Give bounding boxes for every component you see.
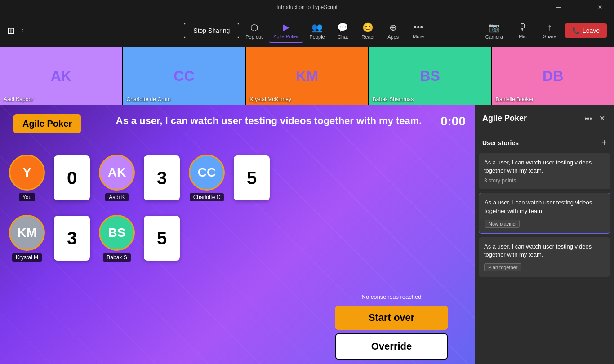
player-aadik: AK Aadi K [99,155,135,201]
side-panel: Agile Poker ••• ✕ User stories + As a us… [475,105,614,364]
panel-close-button[interactable]: ✕ [597,112,607,124]
video-tile-1[interactable]: CC Charlotte de Crum [123,47,245,105]
player-row-2: KM Krystal M 3 BS Babak S 5 [9,215,466,262]
more-button[interactable]: ••• More [407,19,430,42]
video-name-4: Danielle Booker [495,96,534,102]
apps-icon: ⊕ [389,22,397,33]
camera-icon: 📷 [489,22,500,33]
name-aadik: Aadi K [105,193,128,201]
chat-icon: 💬 [337,22,348,33]
video-name-2: Krystal McKinney [249,96,291,102]
panel-header-icons: ••• ✕ [583,112,607,124]
mic-icon: 🎙 [518,22,527,32]
story-item-0[interactable]: As a user, I can watch user testing vide… [479,153,610,189]
user-stories-header: User stories + [475,132,614,153]
story-text-2: As a user, I can watch user testing vide… [484,243,605,259]
name-krystalm: Krystal M [12,253,42,262]
stop-sharing-button[interactable]: Stop Sharing [184,23,239,38]
start-over-button[interactable]: Start over [335,306,448,330]
avatar-babaks: BS [99,215,135,251]
pop-out-icon: ⬡ [250,22,258,33]
mic-button[interactable]: 🎙 Mic [511,19,534,42]
panel-more-button[interactable]: ••• [583,112,594,124]
story-text-0: As a user, I can watch user testing vide… [484,159,605,175]
main-area: Agile Poker As a user, I can watch user … [0,105,614,364]
titlebar-title: Introduction to TypeScript [276,4,338,10]
add-story-button[interactable]: + [601,138,607,148]
people-icon: 👥 [311,22,323,33]
player-you: Y You [9,155,45,201]
close-button[interactable]: ✕ [590,0,610,14]
vote-you: 0 [54,155,90,200]
minimize-button[interactable]: — [548,0,569,14]
story-text-1: As a user, I can watch user testing vide… [485,199,605,215]
avatar-charlottec: CC [189,155,225,191]
maximize-button[interactable]: □ [569,0,590,14]
toolbar-right: 📷 Camera 🎙 Mic ↑ Share 📞 Leave [481,19,607,42]
agile-title-badge: Agile Poker [13,114,81,133]
leave-phone-icon: 📞 [572,27,580,34]
panel-header: Agile Poker ••• ✕ [475,105,614,132]
view-icon: ⊞ [7,25,15,36]
share-button[interactable]: ↑ Share [538,19,561,42]
player-charlottec: CC Charlotte C [189,155,225,201]
players-area: Y You 0 AK Aadi K 3 CC Charlotte C 5 [9,155,466,275]
name-babaks: Babak S [103,253,130,262]
camera-button[interactable]: 📷 Camera [481,19,507,42]
story-item-1[interactable]: As a user, I can watch user testing vide… [479,193,610,233]
game-area: Agile Poker As a user, I can watch user … [0,105,475,364]
player-krystalm: KM Krystal M [9,215,45,262]
video-name-0: Aadi Kapoor [4,96,33,102]
avatar-aadik: AK [99,155,135,191]
story-item-2[interactable]: As a user, I can watch user testing vide… [479,237,610,277]
react-button[interactable]: 😊 React [356,19,380,42]
share-icon: ↑ [547,22,552,32]
user-stories-label: User stories [482,139,519,146]
vote-babaks: 5 [144,216,180,261]
story-badge-2: Plan together [484,263,521,271]
titlebar-controls: — □ ✕ [548,0,610,14]
story-points-0: 3 story points [484,178,605,184]
name-you: You [19,193,35,201]
video-strip: AK Aadi Kapoor CC Charlotte de Crum KM K… [0,47,614,105]
video-tile-3[interactable]: BS Babak Shammas [369,47,491,105]
agile-poker-icon: ▶ [283,22,289,32]
video-tile-4[interactable]: DB Danielle Booker [492,47,614,105]
timer-display: --:-- [18,27,27,34]
video-tile-2[interactable]: KM Krystal McKinney [246,47,368,105]
vote-charlottec: 5 [234,155,270,200]
story-list: As a user, I can watch user testing vide… [475,153,614,364]
video-tile-0[interactable]: AK Aadi Kapoor [0,47,122,105]
react-icon: 😊 [362,22,374,33]
override-button[interactable]: Override [335,333,448,360]
game-timer: 0:00 [440,114,466,129]
avatar-krystalm: KM [9,215,45,251]
toolbar: ⊞ --:-- Stop Sharing ⬡ Pop out ▶ Agile P… [0,14,614,47]
titlebar: Introduction to TypeScript — □ ✕ [0,0,614,14]
toolbar-left: ⊞ --:-- [7,25,27,36]
vote-krystalm: 3 [54,216,90,261]
chat-button[interactable]: 💬 Chat [331,19,355,42]
leave-button[interactable]: 📞 Leave [565,23,607,38]
player-babaks: BS Babak S [99,215,135,262]
agile-poker-button[interactable]: ▶ Agile Poker [269,19,303,43]
pop-out-button[interactable]: ⬡ Pop out [241,19,267,42]
story-badge-1: Now playing [485,220,520,228]
video-name-1: Charlotte de Crum [127,96,171,102]
player-row-1: Y You 0 AK Aadi K 3 CC Charlotte C 5 [9,155,466,201]
apps-button[interactable]: ⊕ Apps [382,19,405,42]
avatar-you: Y [9,155,45,191]
people-button[interactable]: 👥 People [305,19,329,42]
name-charlottec: Charlotte C [190,193,224,201]
video-name-3: Babak Shammas [373,96,414,102]
more-icon: ••• [414,22,423,32]
vote-aadik: 3 [144,155,180,200]
no-consensus-text: No consensus reached [362,293,422,300]
current-story-title: As a user, I can watch user testing vide… [108,114,430,128]
panel-title: Agile Poker [482,114,527,123]
